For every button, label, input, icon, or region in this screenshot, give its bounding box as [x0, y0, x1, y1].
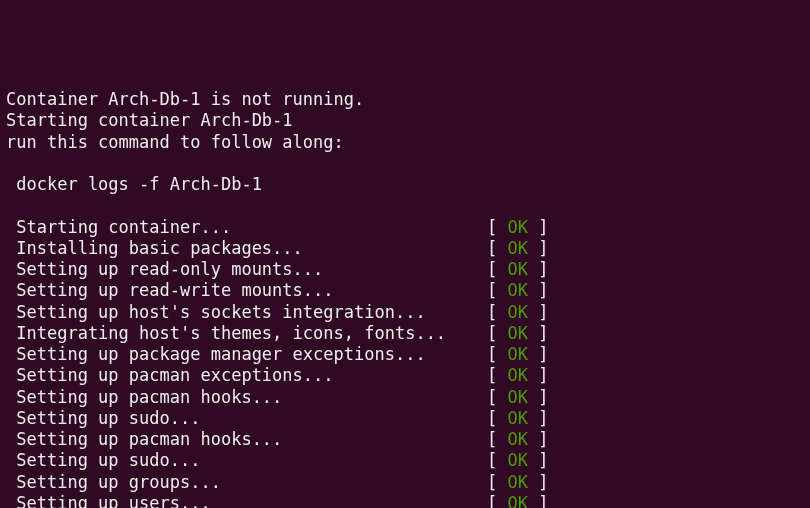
status: [ OK ]	[487, 344, 548, 364]
task-label: Setting up sudo...	[6, 408, 487, 429]
status-ok: OK	[508, 472, 528, 492]
terminal-line: Setting up users...[ OK ]	[6, 493, 804, 508]
status: [ OK ]	[487, 323, 548, 343]
terminal-line: Starting container...[ OK ]	[6, 217, 804, 238]
terminal-line: Setting up host's sockets integration...…	[6, 302, 804, 323]
status-ok: OK	[508, 280, 528, 300]
status-ok: OK	[508, 238, 528, 258]
task-label: Setting up host's sockets integration...	[6, 302, 487, 323]
status-ok: OK	[508, 408, 528, 428]
status: [ OK ]	[487, 493, 548, 508]
task-label: Setting up pacman hooks...	[6, 387, 487, 408]
status-ok: OK	[508, 259, 528, 279]
task-label: Setting up pacman hooks...	[6, 429, 487, 450]
status: [ OK ]	[487, 259, 548, 279]
status: [ OK ]	[487, 217, 548, 237]
terminal-line: Container Arch-Db-1 is not running.	[6, 89, 804, 110]
terminal-line	[6, 153, 804, 174]
task-label: Setting up read-only mounts...	[6, 259, 487, 280]
status-ok: OK	[508, 450, 528, 470]
terminal-line: Installing basic packages...[ OK ]	[6, 238, 804, 259]
terminal-line: Setting up read-write mounts...[ OK ]	[6, 280, 804, 301]
task-label: Setting up read-write mounts...	[6, 280, 487, 301]
status: [ OK ]	[487, 365, 548, 385]
task-label: Setting up package manager exceptions...	[6, 344, 487, 365]
status: [ OK ]	[487, 472, 548, 492]
terminal-line: Setting up sudo...[ OK ]	[6, 408, 804, 429]
status: [ OK ]	[487, 387, 548, 407]
status-ok: OK	[508, 387, 528, 407]
status-ok: OK	[508, 493, 528, 508]
task-label: Setting up groups...	[6, 472, 487, 493]
task-label: Setting up sudo...	[6, 450, 487, 471]
terminal-output[interactable]: Container Arch-Db-1 is not running.Start…	[6, 89, 804, 508]
status: [ OK ]	[487, 450, 548, 470]
task-label: Setting up users...	[6, 493, 487, 508]
terminal-line: docker logs -f Arch-Db-1	[6, 174, 804, 195]
terminal-line: Setting up pacman hooks...[ OK ]	[6, 429, 804, 450]
status-ok: OK	[508, 365, 528, 385]
task-label: Setting up pacman exceptions...	[6, 365, 487, 386]
status: [ OK ]	[487, 408, 548, 428]
task-label: Starting container...	[6, 217, 487, 238]
task-label: Installing basic packages...	[6, 238, 487, 259]
status-ok: OK	[508, 429, 528, 449]
status-ok: OK	[508, 217, 528, 237]
status-ok: OK	[508, 323, 528, 343]
terminal-line: Setting up package manager exceptions...…	[6, 344, 804, 365]
terminal-line: Setting up groups...[ OK ]	[6, 472, 804, 493]
task-label: Integrating host's themes, icons, fonts.…	[6, 323, 487, 344]
status-ok: OK	[508, 344, 528, 364]
terminal-line: Starting container Arch-Db-1	[6, 110, 804, 131]
status: [ OK ]	[487, 280, 548, 300]
terminal-line	[6, 195, 804, 216]
terminal-line: Setting up sudo...[ OK ]	[6, 450, 804, 471]
status: [ OK ]	[487, 238, 548, 258]
terminal-line: Integrating host's themes, icons, fonts.…	[6, 323, 804, 344]
status: [ OK ]	[487, 302, 548, 322]
status: [ OK ]	[487, 429, 548, 449]
terminal-line: run this command to follow along:	[6, 132, 804, 153]
terminal-line: Setting up pacman hooks...[ OK ]	[6, 387, 804, 408]
terminal-line: Setting up read-only mounts...[ OK ]	[6, 259, 804, 280]
terminal-line: Setting up pacman exceptions...[ OK ]	[6, 365, 804, 386]
status-ok: OK	[508, 302, 528, 322]
